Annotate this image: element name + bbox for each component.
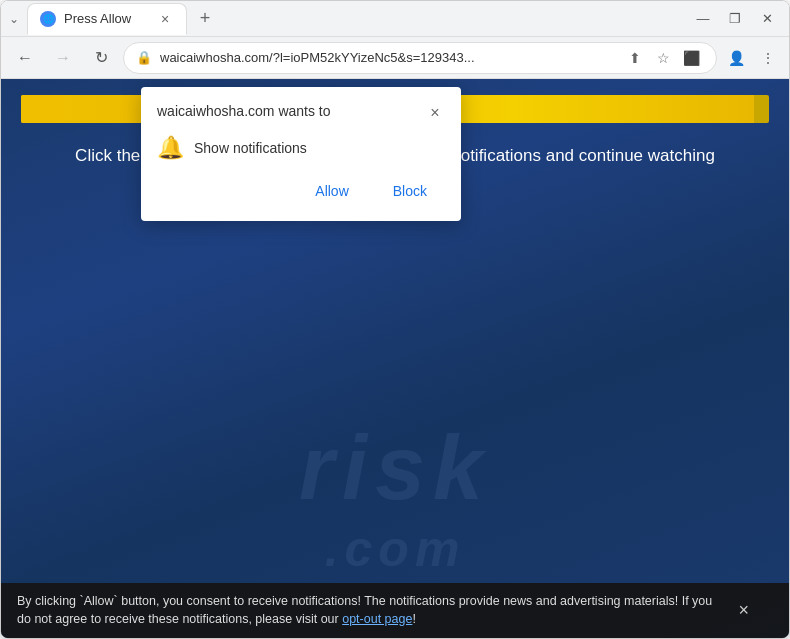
active-tab[interactable]: 🌐 Press Allow × xyxy=(27,3,187,35)
popup-notification-row: 🔔 Show notifications xyxy=(157,135,445,161)
bottom-bar-close-button[interactable]: × xyxy=(738,600,749,621)
bottom-notification-bar: By clicking `Allow` button, you consent … xyxy=(1,583,789,638)
tab-title: Press Allow xyxy=(64,11,131,26)
bell-icon: 🔔 xyxy=(157,135,184,161)
tab-strip: 🌐 Press Allow × + xyxy=(27,1,677,36)
address-bar[interactable]: 🔒 waicaiwhosha.com/?l=ioPM52kYYizeNc5&s=… xyxy=(123,42,717,74)
watermark-com: .com xyxy=(325,520,466,578)
notification-permission-popup: waicaiwhosha.com wants to × 🔔 Show notif… xyxy=(141,87,461,221)
notification-label: Show notifications xyxy=(194,140,307,156)
tab-favicon-icon: 🌐 xyxy=(40,11,56,27)
popup-header: waicaiwhosha.com wants to × xyxy=(157,103,445,123)
lock-icon: 🔒 xyxy=(136,50,152,65)
window-controls: — ❐ ✕ xyxy=(689,5,781,33)
watermark-risk: risk xyxy=(299,417,491,520)
bookmark-button[interactable]: ☆ xyxy=(650,45,676,71)
bottom-text-after: ! xyxy=(412,612,415,626)
close-button[interactable]: ✕ xyxy=(753,5,781,33)
menu-button[interactable]: ⋮ xyxy=(755,45,781,71)
bottom-bar-text: By clicking `Allow` button, you consent … xyxy=(17,593,726,628)
allow-button[interactable]: Allow xyxy=(297,177,366,205)
splitview-button[interactable]: ⬛ xyxy=(678,45,704,71)
opt-out-link[interactable]: opt-out page xyxy=(342,612,412,626)
address-text: waicaiwhosha.com/?l=ioPM52kYYizeNc5&s=12… xyxy=(160,50,614,65)
forward-button[interactable]: → xyxy=(47,42,79,74)
share-button[interactable]: ⬆ xyxy=(622,45,648,71)
maximize-button[interactable]: ❐ xyxy=(721,5,749,33)
tab-close-button[interactable]: × xyxy=(156,10,174,28)
popup-title: waicaiwhosha.com wants to xyxy=(157,103,331,119)
profile-button[interactable]: 👤 xyxy=(723,45,749,71)
block-button[interactable]: Block xyxy=(375,177,445,205)
title-bar: ⌄ 🌐 Press Allow × + — ❐ ✕ xyxy=(1,1,789,37)
browser-content: risk .com 98% Click the «Allow» button t… xyxy=(1,79,789,638)
chevron-down-icon: ⌄ xyxy=(9,12,19,26)
popup-close-button[interactable]: × xyxy=(425,103,445,123)
back-button[interactable]: ← xyxy=(9,42,41,74)
browser-window: ⌄ 🌐 Press Allow × + — ❐ ✕ ← → ↻ 🔒 waicai… xyxy=(0,0,790,639)
popup-actions: Allow Block xyxy=(157,177,445,205)
new-tab-button[interactable]: + xyxy=(191,5,219,33)
minimize-button[interactable]: — xyxy=(689,5,717,33)
watermark: risk .com xyxy=(1,417,789,578)
navigation-bar: ← → ↻ 🔒 waicaiwhosha.com/?l=ioPM52kYYize… xyxy=(1,37,789,79)
refresh-button[interactable]: ↻ xyxy=(85,42,117,74)
address-actions: ⬆ ☆ ⬛ xyxy=(622,45,704,71)
